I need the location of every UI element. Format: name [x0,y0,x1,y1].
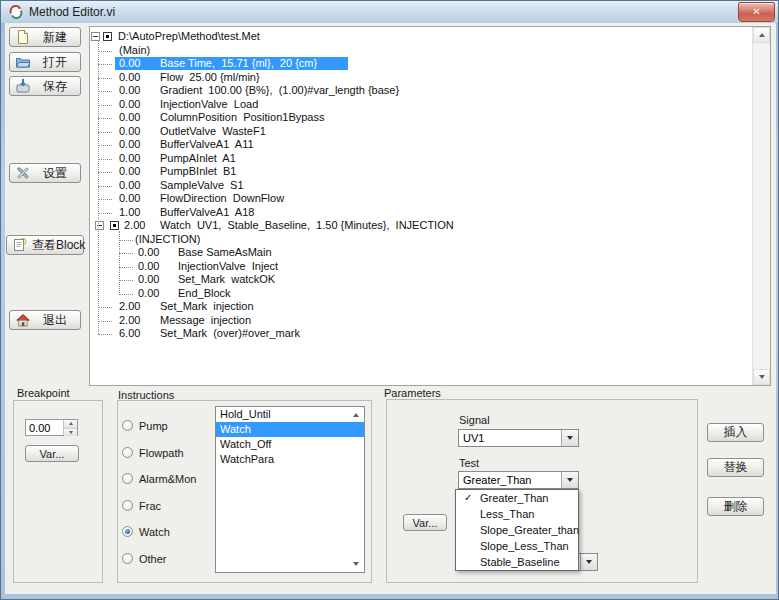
radio-watch[interactable]: Watch [122,525,170,538]
tree-row[interactable]: 0.00End_Block [90,287,752,301]
tree-connector-stub [98,132,112,133]
tree-row[interactable]: 2.00Set_Mark injection [90,300,752,314]
expand-toggle-icon[interactable] [95,221,104,230]
view-block-icon [12,237,28,253]
menu-item[interactable]: Less_Than [456,506,578,522]
signal-combo-arrow-button[interactable] [561,430,578,446]
sidebar-button-0[interactable]: 新建 [9,27,81,47]
list-item[interactable]: Watch [216,422,364,437]
tree-row-text: D:\AutoPrep\Method\test.Met [118,30,260,43]
tree-row[interactable]: (INJECTION) [90,233,752,247]
test-value: Greater_Than [463,474,531,486]
signal-value: UV1 [463,432,484,444]
tree-row-time: 6.00 [119,327,140,340]
list-scroll-down-icon [353,562,359,566]
menu-item[interactable]: ✓Greater_Than [456,490,578,506]
tree-row-text: Gradient 100.00 {B%}, (1.00)#var_length … [160,84,399,97]
sidebar-button-4[interactable]: 查看Block [6,235,84,255]
instruction-list[interactable]: Hold_UntilWatchWatch_OffWatchPara [215,406,365,573]
tree-row[interactable]: 0.00PumpBInlet B1 [90,165,752,179]
delete-button[interactable]: 删除 [707,497,764,516]
tree-row-time: 0.00 [119,192,140,205]
tree-row[interactable]: 0.00PumpAInlet A1 [90,152,752,166]
spin-up-icon [69,422,73,425]
list-item[interactable]: WatchPara [216,452,364,467]
sidebar-button-5[interactable]: 退出 [9,310,81,330]
radio-pump[interactable]: Pump [122,419,168,432]
tree-row[interactable]: (Main) [90,44,752,58]
radio-alarmmon[interactable]: Alarm&Mon [122,472,196,485]
tree-connector-stub [98,172,112,173]
test-combo[interactable]: Greater_Than [458,471,579,489]
signal-combo[interactable]: UV1 [458,429,579,447]
tree-row[interactable]: 6.00Set_Mark (over)#over_mark [90,327,752,341]
replace-button[interactable]: 替换 [707,458,764,477]
new-file-icon [15,29,31,45]
tree-row-text: Flow 25.00 {ml/min} [160,71,260,84]
tree-row-time: 0.00 [138,273,159,286]
radio-other[interactable]: Other [122,552,167,565]
tree-row[interactable]: 0.00Base Time, 15.71 {ml}, 20 {cm} [90,57,752,71]
tree-connector-stub [119,240,133,241]
method-tree[interactable]: D:\AutoPrep\Method\test.Met(Main)0.00Bas… [89,26,771,386]
radio-label: Frac [139,500,161,512]
exit-home-icon [15,312,31,328]
menu-item[interactable]: Slope_Less_Than [456,538,578,554]
tree-row[interactable]: 2.00Message injection [90,314,752,328]
menu-item[interactable]: Slope_Greater_than [456,522,578,538]
tree-connector-stub [98,321,112,322]
signal-label: Signal [459,414,490,426]
tree-row[interactable]: 0.00Gradient 100.00 {B%}, (1.00)#var_len… [90,84,752,98]
tree-row[interactable]: 0.00Flow 25.00 {ml/min} [90,71,752,85]
tree-row-text: (Main) [119,44,150,57]
tree-row[interactable]: 0.00OutletValve WasteF1 [90,125,752,139]
tree-row[interactable]: 0.00Base SameAsMain [90,246,752,260]
value-combo-arrow-button[interactable] [580,554,597,570]
menu-item[interactable]: Stable_Baseline [456,554,578,570]
scroll-up-button[interactable] [753,27,770,43]
method-editor-window: Method Editor.vi ✕ 新建打开保存设置查看Block退出 D:\… [0,0,779,600]
tree-row[interactable]: 0.00ColumnPosition Position1Bypass [90,111,752,125]
tree-row[interactable]: 0.00FlowDirection DownFlow [90,192,752,206]
tree-row[interactable]: 1.00BufferValveA1 A18 [90,206,752,220]
list-scroll-down-button[interactable] [350,558,362,570]
list-item[interactable]: Watch_Off [216,437,364,452]
parameters-var-button[interactable]: Var... [403,514,447,531]
insert-button[interactable]: 插入 [707,423,764,442]
tree-row[interactable]: 0.00Set_Mark watckOK [90,273,752,287]
tree-connector-stub [98,64,112,65]
radio-flowpath[interactable]: Flowpath [122,446,184,459]
spin-down-button[interactable] [64,428,77,437]
tree-row-text: OutletValve WasteF1 [160,125,266,138]
tree-row[interactable]: 0.00InjectionValve Inject [90,260,752,274]
list-item[interactable]: Hold_Until [216,407,364,422]
breakpoint-var-button[interactable]: Var... [25,445,79,462]
close-button[interactable]: ✕ [738,2,775,22]
tree-row[interactable]: 0.00BufferValveA1 A11 [90,138,752,152]
sidebar-button-1[interactable]: 打开 [9,52,81,72]
list-scroll-up-button[interactable] [350,409,362,421]
sidebar-button-label: 退出 [43,312,67,329]
radio-frac[interactable]: Frac [122,499,161,512]
tree-connector-line [98,40,99,334]
tree-row-text: Set_Mark injection [160,300,254,313]
scroll-down-button[interactable] [753,369,770,385]
spin-up-button[interactable] [64,420,77,428]
tree-row[interactable]: 0.00InjectionValve Load [90,98,752,112]
menu-item-label: Greater_Than [480,492,548,504]
tree-row-text: InjectionValve Load [160,98,258,111]
breakpoint-var-label: Var... [40,448,65,460]
sidebar-button-3[interactable]: 设置 [9,163,81,183]
tree-connector-stub [98,199,112,200]
test-combo-arrow-button[interactable] [561,472,578,488]
breakpoint-spinner[interactable] [25,419,78,436]
tree-scrollbar[interactable] [752,27,770,385]
tree-row[interactable]: 0.00SampleValve S1 [90,179,752,193]
radio-label: Other [139,553,167,565]
tree-row[interactable]: 2.00Watch UV1, Stable_Baseline, 1.50 {Mi… [90,219,752,233]
sidebar-button-2[interactable]: 保存 [9,76,81,96]
tree-connector-stub [98,118,112,119]
tree-row-text: Set_Mark watckOK [178,273,275,286]
breakpoint-input[interactable] [26,420,65,435]
tree-root-row[interactable]: D:\AutoPrep\Method\test.Met [90,30,752,44]
